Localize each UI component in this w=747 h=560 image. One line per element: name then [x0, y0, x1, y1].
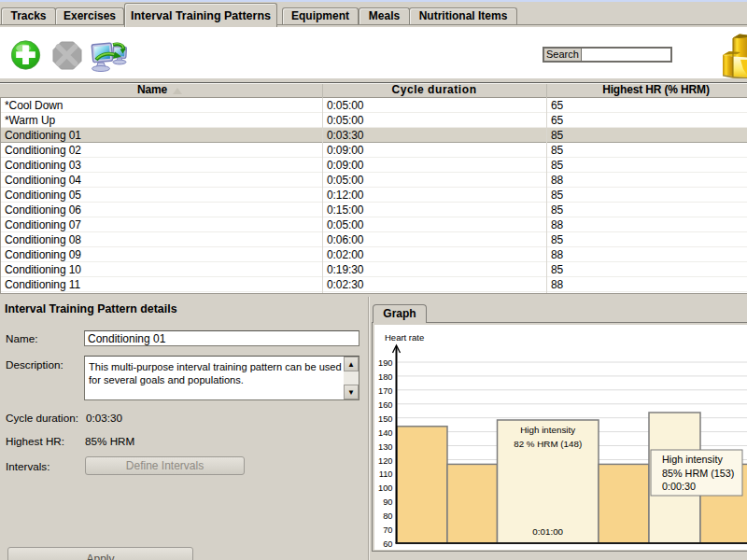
svg-text:160: 160	[378, 400, 393, 410]
svg-text:70: 70	[383, 525, 392, 535]
svg-text:110: 110	[379, 469, 393, 479]
svg-text:150: 150	[378, 414, 393, 424]
svg-text:80: 80	[383, 511, 392, 521]
svg-text:85% HRM (153): 85% HRM (153)	[662, 468, 734, 479]
svg-text:180: 180	[378, 372, 393, 382]
svg-text:170: 170	[378, 386, 393, 396]
svg-text:100: 100	[378, 483, 393, 493]
svg-text:Heart rate: Heart rate	[385, 332, 424, 343]
svg-text:60: 60	[383, 539, 392, 549]
svg-text:0:00:30: 0:00:30	[662, 481, 696, 492]
svg-text:High intensity: High intensity	[662, 454, 723, 465]
svg-text:82 % HRM (148): 82 % HRM (148)	[514, 439, 582, 449]
svg-text:140: 140	[378, 428, 393, 438]
svg-text:130: 130	[378, 442, 393, 452]
svg-text:0:01:00: 0:01:00	[532, 526, 563, 537]
svg-text:190: 190	[378, 358, 393, 368]
svg-text:120: 120	[378, 456, 393, 466]
svg-text:High intensity: High intensity	[520, 425, 575, 435]
svg-text:90: 90	[383, 497, 392, 507]
